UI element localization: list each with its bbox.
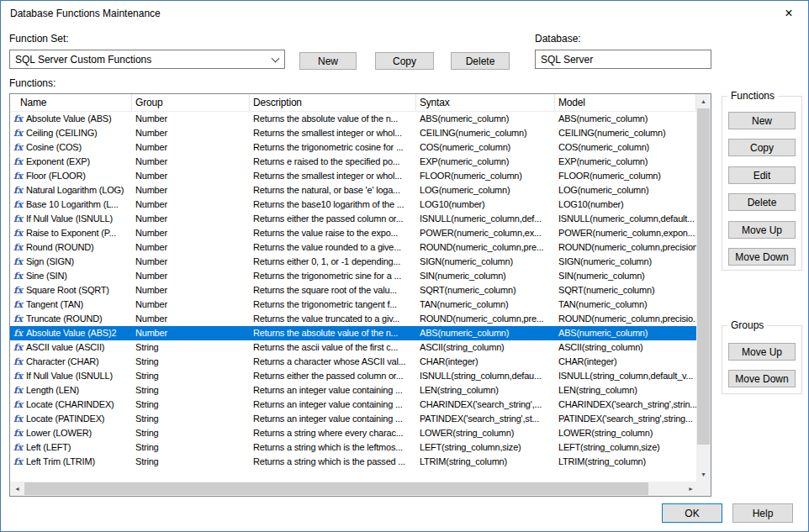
function-set-dropdown[interactable]: SQL Server Custom Functions <box>9 50 285 69</box>
table-row[interactable]: fxTruncate (ROUND)NumberReturns the valu… <box>10 312 696 326</box>
function-delete-button[interactable]: Delete <box>728 193 796 211</box>
groups-group-title: Groups <box>727 319 767 331</box>
cell-syntax: ABS(numeric_column) <box>416 112 555 126</box>
horizontal-scrollbar[interactable]: ◄ ► <box>10 482 698 496</box>
cell-name: fxAbsolute Value (ABS)2 <box>10 326 132 340</box>
column-header-description[interactable]: Description <box>250 94 416 111</box>
table-row[interactable]: fxLeft (LEFT)StringReturns a string whic… <box>10 440 696 455</box>
cell-model: ASCII(string_column) <box>555 340 696 355</box>
cell-group: Number <box>132 298 250 312</box>
function-icon: fx <box>13 156 23 167</box>
cell-name: fxExponent (EXP) <box>10 155 132 169</box>
table-row[interactable]: fxSquare Root (SQRT)NumberReturns the sq… <box>10 283 696 298</box>
help-button[interactable]: Help <box>732 503 793 523</box>
group-move-down-button[interactable]: Move Down <box>728 370 796 387</box>
column-header-syntax[interactable]: Syntax <box>416 94 555 111</box>
cell-syntax: CHARINDEX('search_string',... <box>416 398 555 412</box>
table-row[interactable]: fxSign (SIGN)NumberReturns either 0, 1, … <box>10 255 696 269</box>
cell-group: Number <box>132 326 250 340</box>
function-edit-button[interactable]: Edit <box>728 166 796 184</box>
cell-model: LEN(string_column) <box>555 383 696 398</box>
cell-syntax: ABS(numeric_column) <box>416 326 555 340</box>
column-header-group[interactable]: Group <box>132 94 250 111</box>
function-new-button[interactable]: New <box>728 112 796 129</box>
table-row[interactable]: fxRound (ROUND)NumberReturns the value r… <box>10 240 696 255</box>
function-name: If Null Value (ISNULL) <box>26 213 113 224</box>
table-row[interactable]: fxNatural Logarithm (LOG)NumberReturns t… <box>10 183 696 198</box>
cell-name: fxNatural Logarithm (LOG) <box>10 183 132 198</box>
cell-syntax: ISNULL(numeric_column,def... <box>416 212 555 226</box>
scrollbar-corner <box>696 482 711 496</box>
table-row[interactable]: fxAbsolute Value (ABS)NumberReturns the … <box>10 112 696 126</box>
table-row[interactable]: fxFloor (FLOOR)NumberReturns the smalles… <box>10 169 696 183</box>
functions-group-title: Functions <box>727 90 778 102</box>
table-row[interactable]: fxCeiling (CEILING)NumberReturns the sma… <box>10 126 696 140</box>
function-icon: fx <box>13 128 23 139</box>
cell-name: fxTruncate (ROUND) <box>10 312 132 326</box>
function-name: Character (CHAR) <box>26 356 99 366</box>
table-row[interactable]: fxLeft Trim (LTRIM)StringReturns a strin… <box>10 455 696 469</box>
cell-name: fxLocate (CHARINDEX) <box>10 398 132 412</box>
column-header-name[interactable]: Name <box>10 94 132 111</box>
cell-model: ABS(numeric_column) <box>555 326 696 340</box>
table-header-row: Name Group Description Syntax Model <box>10 94 696 112</box>
function-icon: fx <box>13 142 23 153</box>
cell-syntax: CEILING(numeric_column) <box>416 126 555 140</box>
cell-model: CHAR(integer) <box>555 355 696 369</box>
cell-model: SIN(numeric_column) <box>555 269 696 283</box>
cell-group: Number <box>132 255 250 269</box>
function-icon: fx <box>13 271 23 282</box>
function-copy-button[interactable]: Copy <box>728 139 796 156</box>
functions-label: Functions: <box>9 77 56 89</box>
table-row[interactable]: fxAbsolute Value (ABS)2NumberReturns the… <box>10 326 696 340</box>
cell-name: fxLength (LEN) <box>10 383 132 398</box>
table-row[interactable]: fxBase 10 Logarithm (L...NumberReturns t… <box>10 198 696 212</box>
table-row[interactable]: fxLocate (CHARINDEX)StringReturns an int… <box>10 398 696 412</box>
function-set-value: SQL Server Custom Functions <box>15 54 151 66</box>
cell-description: Returns e raised to the specified po... <box>250 155 416 169</box>
close-icon[interactable]: × <box>769 1 808 26</box>
group-move-up-button[interactable]: Move Up <box>728 343 796 361</box>
new-function-set-button[interactable]: New <box>299 52 357 70</box>
table-row[interactable]: fxRaise to Exponent (P...NumberReturns t… <box>10 226 696 240</box>
cell-group: String <box>132 455 250 469</box>
vertical-scroll-thumb[interactable] <box>697 108 710 445</box>
scroll-down-icon[interactable]: ▼ <box>696 467 711 482</box>
cell-description: Returns the ascii value of the first c..… <box>250 340 416 355</box>
table-row[interactable]: fxIf Null Value (ISNULL)NumberReturns ei… <box>10 212 696 226</box>
function-icon: fx <box>13 399 23 410</box>
table-row[interactable]: fxLength (LEN)StringReturns an integer v… <box>10 383 696 398</box>
table-row[interactable]: fxTangent (TAN)NumberReturns the trigono… <box>10 298 696 312</box>
cell-name: fxASCII value (ASCII) <box>10 340 132 355</box>
cell-model: SIGN(numeric_column) <box>555 255 696 269</box>
function-icon: fx <box>13 113 23 124</box>
cell-group: Number <box>132 269 250 283</box>
cell-model: PATINDEX('search_string',string... <box>555 412 696 426</box>
table-row[interactable]: fxLocate (PATINDEX)StringReturns an inte… <box>10 412 696 426</box>
table-row[interactable]: fxExponent (EXP)NumberReturns e raised t… <box>10 155 696 169</box>
table-row[interactable]: fxCharacter (CHAR)StringReturns a charac… <box>10 355 696 369</box>
table-row[interactable]: fxASCII value (ASCII)StringReturns the a… <box>10 340 696 355</box>
vertical-scrollbar[interactable]: ▲ ▼ <box>696 94 711 482</box>
scroll-up-icon[interactable]: ▲ <box>696 94 711 108</box>
cell-syntax: LTRIM(string_column) <box>416 455 555 469</box>
function-move-up-button[interactable]: Move Up <box>728 221 796 239</box>
column-header-model[interactable]: Model <box>555 94 696 111</box>
database-field[interactable]: SQL Server <box>535 50 711 69</box>
cell-model: ABS(numeric_column) <box>555 112 696 126</box>
table-row[interactable]: fxLower (LOWER)StringReturns a string wh… <box>10 426 696 440</box>
table-row[interactable]: fxCosine (COS)NumberReturns the trigonom… <box>10 140 696 155</box>
copy-function-set-button[interactable]: Copy <box>375 52 434 70</box>
scroll-left-icon[interactable]: ◄ <box>10 482 24 496</box>
function-move-down-button[interactable]: Move Down <box>728 248 796 266</box>
cell-group: Number <box>132 283 250 298</box>
ok-button[interactable]: OK <box>662 503 722 523</box>
cell-model: SQRT(numeric_column) <box>555 283 696 298</box>
table-row[interactable]: fxSine (SIN)NumberReturns the trigonomet… <box>10 269 696 283</box>
groups-group-box: Groups Move Up Move Down <box>722 325 802 394</box>
horizontal-scroll-thumb[interactable] <box>24 482 648 495</box>
table-row[interactable]: fxIf Null Value (ISNULL)StringReturns ei… <box>10 369 696 383</box>
cell-name: fxCeiling (CEILING) <box>10 126 132 140</box>
function-icon: fx <box>13 242 23 253</box>
delete-function-set-button[interactable]: Delete <box>451 52 510 70</box>
